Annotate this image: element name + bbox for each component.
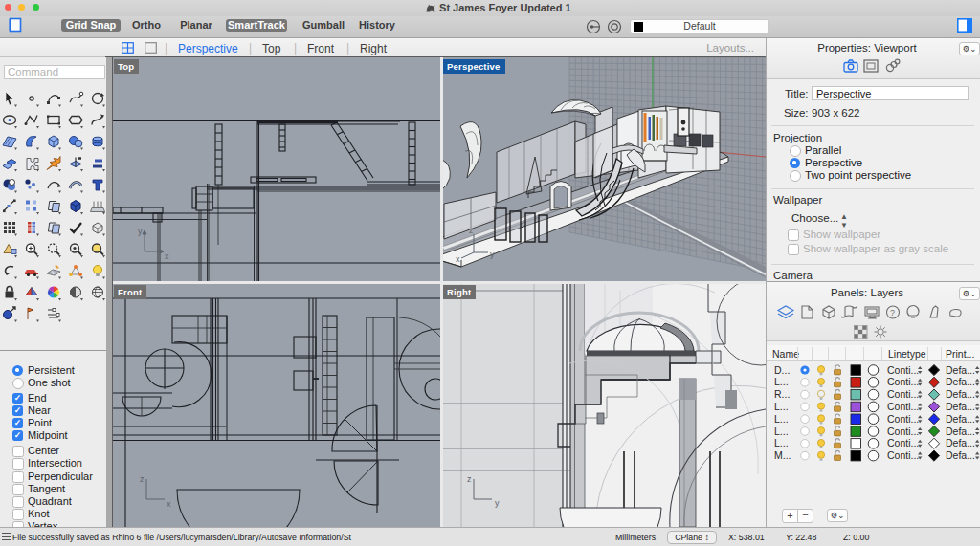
svg-text:Conti...: Conti... [887, 401, 919, 412]
svg-text:y: y [138, 227, 143, 236]
svg-text:Conti...: Conti... [887, 449, 919, 461]
svg-text:L...: L... [774, 413, 789, 425]
svg-text:x: x [167, 499, 171, 509]
svg-text:Defa...: Defa... [946, 449, 975, 461]
svg-text:L...: L... [774, 401, 789, 412]
svg-text:?: ? [890, 308, 895, 317]
svg-text:y: y [490, 250, 495, 259]
svg-text:M...: M... [774, 449, 791, 461]
svg-text:Defa...: Defa... [946, 376, 975, 387]
svg-text:y: y [495, 498, 500, 508]
svg-text:Conti...: Conti... [887, 437, 919, 448]
svg-text:Defa...: Defa... [946, 426, 975, 437]
svg-text:z: z [467, 474, 472, 484]
svg-text:Conti...: Conti... [887, 426, 919, 437]
svg-text:Conti...: Conti... [887, 376, 919, 387]
svg-text:Defa...: Defa... [946, 437, 975, 448]
svg-text:D...: D... [774, 364, 790, 376]
svg-text:z: z [469, 226, 474, 235]
svg-text:Conti...: Conti... [887, 364, 919, 376]
svg-text:x: x [165, 251, 169, 261]
svg-text:x: x [456, 254, 460, 264]
svg-text:Defa...: Defa... [946, 364, 975, 376]
svg-text:Defa...: Defa... [946, 413, 975, 425]
svg-text:L...: L... [774, 437, 789, 448]
svg-text:R...: R... [774, 388, 790, 400]
svg-text:Defa...: Defa... [946, 388, 975, 400]
svg-text:L...: L... [774, 426, 789, 437]
svg-text:Conti...: Conti... [887, 388, 919, 400]
svg-text:Defa...: Defa... [946, 401, 975, 412]
svg-text:Conti...: Conti... [887, 413, 919, 425]
svg-text:L...: L... [774, 376, 789, 387]
svg-text:z: z [140, 474, 145, 484]
